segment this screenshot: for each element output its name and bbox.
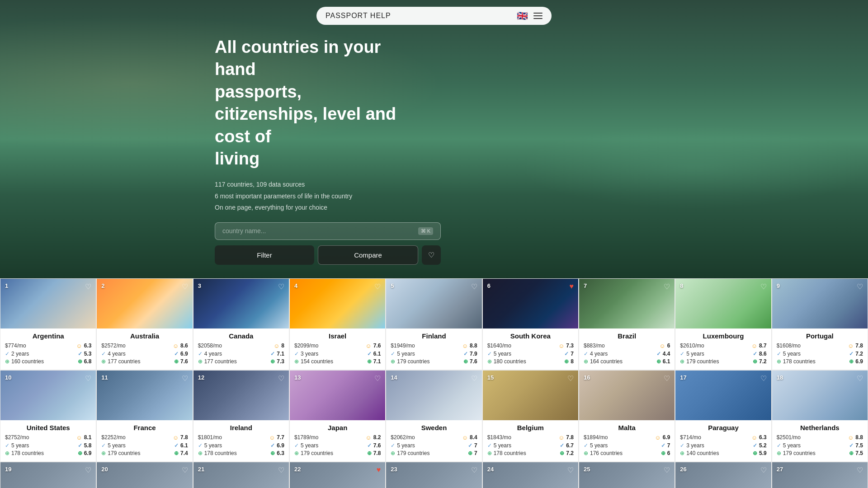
card-number: 3 bbox=[198, 282, 201, 289]
filter-button[interactable]: Filter bbox=[215, 245, 314, 265]
country-card[interactable]: 20 ♡ bbox=[96, 462, 193, 488]
compare-button[interactable]: Compare bbox=[318, 245, 418, 265]
globe-icon: ⊕ bbox=[584, 450, 588, 456]
country-card[interactable]: 17 ♡ Paraguay $714/mo ☺ 6.3 ✓ 3 years ✓ … bbox=[675, 370, 771, 462]
country-card[interactable]: 24 ♡ bbox=[482, 462, 579, 488]
card-heart-icon[interactable]: ♡ bbox=[664, 374, 670, 383]
card-heart-icon[interactable]: ♡ bbox=[374, 374, 381, 383]
country-card[interactable]: 3 ♡ Canada $2058/mo ☺ 8 ✓ 4 years ✓ 7.1 bbox=[193, 278, 289, 370]
card-heart-icon[interactable]: ♡ bbox=[471, 466, 477, 474]
card-heart-icon[interactable]: ♡ bbox=[278, 282, 284, 291]
card-price: $883/mo bbox=[584, 343, 605, 349]
country-card[interactable]: 1 ♡ Argentina $774/mo ☺ 6.3 ✓ 2 years ✓ … bbox=[0, 278, 96, 370]
country-card[interactable]: 19 ♡ bbox=[0, 462, 96, 488]
globe-icon: ⊕ bbox=[487, 358, 492, 365]
search-bar[interactable]: ⌘ K bbox=[215, 222, 441, 240]
globe-icon: ⊕ bbox=[294, 450, 299, 456]
hamburger-menu-icon[interactable] bbox=[533, 13, 542, 19]
card-countries-score: ⊕ 6.3 bbox=[270, 450, 284, 456]
card-heart-icon[interactable]: ♡ bbox=[760, 282, 767, 291]
card-heart-icon[interactable]: ♡ bbox=[471, 282, 477, 291]
country-card[interactable]: 2 ♡ Australia $2572/mo ☺ 8.6 ✓ 4 years ✓… bbox=[96, 278, 193, 370]
card-price-row: $1640/mo ☺ 7.3 bbox=[487, 343, 574, 349]
card-happiness: ☺ 8.7 bbox=[751, 343, 767, 349]
card-heart-icon[interactable]: ♥ bbox=[377, 466, 381, 474]
card-countries-score: ⊕ 7 bbox=[468, 450, 477, 456]
card-country-name: Brazil bbox=[584, 332, 670, 340]
country-card[interactable]: 14 ♡ Sweden $2062/mo ☺ 8.4 ✓ 5 years ✓ 7 bbox=[386, 370, 482, 462]
country-card[interactable]: 11 ♡ France $2252/mo ☺ 7.8 ✓ 5 years ✓ 6… bbox=[96, 370, 193, 462]
card-heart-icon[interactable]: ♡ bbox=[85, 466, 91, 474]
country-card[interactable]: 15 ♡ Belgium $1843/mo ☺ 7.8 ✓ 5 years ✓ … bbox=[482, 370, 579, 462]
card-body: Israel $2099/mo ☺ 7.6 ✓ 3 years ✓ 6.1 bbox=[290, 328, 385, 370]
country-card[interactable]: 18 ♡ Netherlands $2501/mo ☺ 8.8 ✓ 5 year… bbox=[772, 370, 868, 462]
country-card[interactable]: 10 ♡ United States $2752/mo ☺ 8.1 ✓ 5 ye… bbox=[0, 370, 96, 462]
card-heart-icon[interactable]: ♡ bbox=[182, 374, 188, 383]
card-heart-icon[interactable]: ♡ bbox=[857, 374, 863, 383]
country-card[interactable]: 12 ♡ Ireland $1801/mo ☺ 7.7 ✓ 5 years ✓ … bbox=[193, 370, 289, 462]
card-residency-row: ✓ 5 years ✓ 6.7 bbox=[487, 442, 574, 449]
flag-icon[interactable]: 🇬🇧 bbox=[517, 10, 528, 21]
card-countries: ⊕ 178 countries bbox=[487, 450, 526, 456]
country-card[interactable]: 22 ♥ bbox=[289, 462, 386, 488]
card-image: 8 ♡ bbox=[675, 279, 771, 328]
card-price-row: $1801/mo ☺ 7.7 bbox=[198, 434, 284, 441]
country-card[interactable]: 9 ♡ Portugal $1608/mo ☺ 7.8 ✓ 5 years ✓ … bbox=[772, 278, 868, 370]
card-heart-icon[interactable]: ♡ bbox=[471, 374, 477, 383]
card-heart-icon[interactable]: ♡ bbox=[567, 466, 574, 474]
residency-score-icon: ✓ bbox=[560, 442, 564, 449]
card-body: South Korea $1640/mo ☺ 7.3 ✓ 5 years ✓ 7 bbox=[483, 328, 578, 370]
country-card[interactable]: 8 ♡ Luxembourg $2610/mo ☺ 8.7 ✓ 5 years … bbox=[675, 278, 771, 370]
happiness-score: 7.3 bbox=[566, 343, 574, 349]
card-number: 12 bbox=[198, 374, 204, 381]
globe-score-icon: ⊕ bbox=[463, 358, 468, 365]
search-input[interactable] bbox=[222, 227, 415, 235]
residency-score-value: 6.1 bbox=[373, 351, 381, 357]
country-card[interactable]: 16 ♡ Malta $1894/mo ☺ 6.9 ✓ 5 years ✓ 7 bbox=[579, 370, 675, 462]
card-heart-icon[interactable]: ♡ bbox=[85, 282, 91, 291]
country-card[interactable]: 6 ♥ South Korea $1640/mo ☺ 7.3 ✓ 5 years… bbox=[482, 278, 579, 370]
card-happiness: ☺ 6.3 bbox=[76, 343, 91, 349]
card-heart-icon[interactable]: ♡ bbox=[182, 282, 188, 291]
residency-score-icon: ✓ bbox=[849, 442, 854, 449]
card-price: $1789/mo bbox=[294, 434, 318, 441]
country-card[interactable]: 4 ♡ Israel $2099/mo ☺ 7.6 ✓ 3 years ✓ 6.… bbox=[289, 278, 386, 370]
card-residency: ✓ 5 years bbox=[294, 442, 318, 449]
card-heart-icon[interactable]: ♡ bbox=[857, 282, 863, 291]
residency-score-icon: ✓ bbox=[849, 351, 854, 357]
residency-score-value: 7.1 bbox=[277, 351, 284, 357]
country-card[interactable]: 5 ♡ Finland $1949/mo ☺ 8.8 ✓ 5 years ✓ 7… bbox=[386, 278, 482, 370]
country-card[interactable]: 25 ♡ bbox=[579, 462, 675, 488]
card-heart-icon[interactable]: ♡ bbox=[760, 466, 767, 474]
card-heart-icon[interactable]: ♡ bbox=[857, 466, 863, 474]
card-heart-icon[interactable]: ♡ bbox=[85, 374, 91, 383]
card-image: 27 ♡ bbox=[772, 462, 868, 488]
smile-icon: ☺ bbox=[848, 343, 854, 349]
card-number: 18 bbox=[777, 374, 783, 381]
card-heart-icon[interactable]: ♥ bbox=[569, 282, 574, 291]
countries-score-value: 7.4 bbox=[180, 450, 188, 456]
favorites-button[interactable]: ♡ bbox=[422, 245, 441, 265]
card-residency: ✓ 3 years bbox=[680, 442, 704, 449]
card-happiness: ☺ 7.8 bbox=[558, 434, 574, 441]
residency-icon: ✓ bbox=[294, 351, 299, 357]
country-card[interactable]: 13 ♡ Japan $1789/mo ☺ 8.2 ✓ 5 years ✓ 7.… bbox=[289, 370, 386, 462]
card-heart-icon[interactable]: ♡ bbox=[760, 374, 767, 383]
card-heart-icon[interactable]: ♡ bbox=[278, 374, 284, 383]
country-card[interactable]: 26 ♡ bbox=[675, 462, 771, 488]
card-heart-icon[interactable]: ♡ bbox=[182, 466, 188, 474]
country-card[interactable]: 27 ♡ bbox=[772, 462, 868, 488]
card-heart-icon[interactable]: ♡ bbox=[664, 466, 670, 474]
card-heart-icon[interactable]: ♡ bbox=[374, 282, 381, 291]
country-card[interactable]: 21 ♡ bbox=[193, 462, 289, 488]
card-heart-icon[interactable]: ♡ bbox=[567, 374, 574, 383]
card-body: Canada $2058/mo ☺ 8 ✓ 4 years ✓ 7.1 bbox=[193, 328, 289, 370]
card-heart-icon[interactable]: ♡ bbox=[664, 282, 670, 291]
card-heart-icon[interactable]: ♡ bbox=[278, 466, 284, 474]
residency-score-value: 7.9 bbox=[470, 351, 477, 357]
country-card[interactable]: 23 ♡ bbox=[386, 462, 482, 488]
hero-content: All countries in your handpassports, cit… bbox=[0, 0, 407, 278]
card-residency-score: ✓ 8.6 bbox=[753, 351, 767, 357]
card-image: 17 ♡ bbox=[675, 371, 771, 420]
country-card[interactable]: 7 ♡ Brazil $883/mo ☺ 6 ✓ 4 years ✓ 4.4 bbox=[579, 278, 675, 370]
